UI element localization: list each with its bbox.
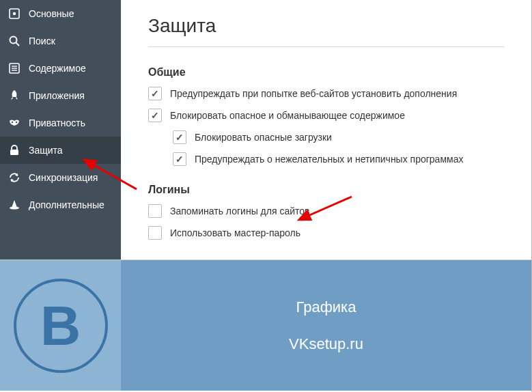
banner-line2: VKsetup.ru xyxy=(289,335,363,353)
main-content: Защита Общие Предупреждать при попытке в… xyxy=(121,0,531,260)
svg-point-13 xyxy=(10,207,19,210)
option-label: Блокировать опасные загрузки xyxy=(195,132,332,143)
sidebar: Основные Поиск Содержимое Приложения При… xyxy=(0,0,121,260)
option-master-password[interactable]: Использовать мастер-пароль xyxy=(148,226,531,240)
checkbox-icon[interactable] xyxy=(148,87,162,100)
option-label: Запоминать логины для сайтов xyxy=(170,206,309,216)
sidebar-item-content[interactable]: Содержимое xyxy=(0,55,121,82)
option-block-dangerous-downloads[interactable]: Блокировать опасные загрузки xyxy=(173,130,531,144)
sidebar-label: Основные xyxy=(29,8,74,19)
svg-point-2 xyxy=(10,37,17,44)
banner-logo-letter: В xyxy=(40,294,81,358)
option-warn-unwanted[interactable]: Предупреждать о нежелательных и нетипичн… xyxy=(173,152,531,166)
checkbox-icon[interactable] xyxy=(148,109,162,122)
sidebar-item-search[interactable]: Поиск xyxy=(0,27,121,55)
option-label: Предупреждать о нежелательных и нетипичн… xyxy=(195,154,463,165)
sync-icon xyxy=(8,171,20,184)
section-title-logins: Логины xyxy=(148,184,531,196)
sidebar-item-general[interactable]: Основные xyxy=(0,0,121,27)
sidebar-label: Дополнительные xyxy=(29,199,104,210)
banner-text-area: Графика VKsetup.ru xyxy=(121,260,531,391)
option-label: Блокировать опасное и обманывающее содер… xyxy=(170,110,405,121)
rocket-icon xyxy=(8,89,20,102)
option-label: Предупреждать при попытке веб-сайтов уст… xyxy=(170,88,457,99)
lock-icon xyxy=(8,144,20,156)
sidebar-label: Поиск xyxy=(29,36,55,46)
svg-point-8 xyxy=(12,122,13,123)
search-icon xyxy=(8,35,20,47)
wizard-hat-icon xyxy=(8,199,20,211)
sidebar-label: Приватность xyxy=(29,117,85,128)
checkbox-icon[interactable] xyxy=(173,152,186,166)
svg-point-9 xyxy=(16,122,17,123)
sidebar-label: Синхронизация xyxy=(29,172,98,183)
banner-logo-circle: В xyxy=(14,279,108,373)
option-remember-logins[interactable]: Запоминать логины для сайтов xyxy=(148,204,531,218)
sidebar-item-privacy[interactable]: Приватность xyxy=(0,109,121,137)
sidebar-item-advanced[interactable]: Дополнительные xyxy=(0,191,121,219)
general-icon xyxy=(8,8,20,20)
sidebar-item-security[interactable]: Защита xyxy=(0,137,121,164)
checkbox-icon[interactable] xyxy=(148,204,162,218)
banner-line1: Графика xyxy=(296,298,356,316)
section-general: Общие Предупреждать при попытке веб-сайт… xyxy=(148,66,531,166)
content-icon xyxy=(8,62,20,74)
section-logins: Логины Запоминать логины для сайтов Испо… xyxy=(148,184,531,240)
option-block-dangerous[interactable]: Блокировать опасное и обманывающее содер… xyxy=(148,109,531,122)
svg-point-1 xyxy=(13,12,16,15)
checkbox-icon[interactable] xyxy=(148,226,162,240)
banner: В Графика VKsetup.ru xyxy=(0,260,531,391)
sidebar-item-applications[interactable]: Приложения xyxy=(0,82,121,109)
svg-rect-10 xyxy=(10,150,18,155)
sidebar-label: Защита xyxy=(29,145,63,156)
checkbox-icon[interactable] xyxy=(173,130,186,144)
sidebar-label: Содержимое xyxy=(29,63,86,74)
mask-icon xyxy=(8,117,20,129)
sidebar-label: Приложения xyxy=(29,90,85,101)
option-label: Использовать мастер-пароль xyxy=(170,227,300,238)
option-warn-addons[interactable]: Предупреждать при попытке веб-сайтов уст… xyxy=(148,87,531,100)
section-title-general: Общие xyxy=(148,66,531,79)
sidebar-item-sync[interactable]: Синхронизация xyxy=(0,164,121,191)
page-title: Защита xyxy=(148,15,504,47)
banner-logo-area: В xyxy=(0,260,121,391)
svg-line-3 xyxy=(16,43,20,46)
